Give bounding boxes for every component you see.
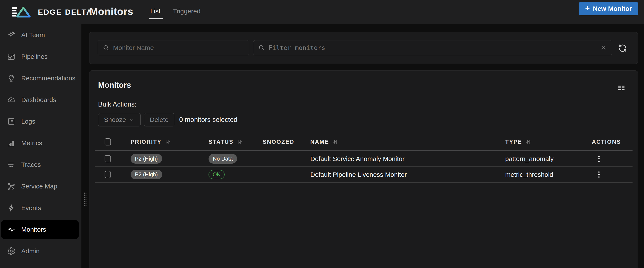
- brand-name: EDGE DELTA: [38, 8, 92, 16]
- filter-panel: [89, 32, 638, 64]
- sparkles-icon: [7, 31, 16, 39]
- sidebar-item-logs[interactable]: Logs: [0, 111, 82, 132]
- sidebar-item-label: Admin: [21, 248, 40, 255]
- gauge-icon: [7, 96, 16, 104]
- row-checkbox[interactable]: [104, 155, 111, 162]
- selected-count-text: 0 monitors selected: [179, 116, 237, 124]
- row-actions-menu-icon[interactable]: [597, 170, 601, 179]
- new-monitor-button[interactable]: + New Monitor: [578, 2, 638, 15]
- view-tabs: List Triggered: [150, 0, 201, 22]
- filter-monitors-input[interactable]: [268, 44, 596, 51]
- sidebar-item-label: Dashboards: [21, 96, 56, 104]
- column-header-priority[interactable]: PRIORITY: [126, 138, 204, 145]
- plus-icon: +: [585, 4, 590, 12]
- trace-lines-icon: [7, 160, 16, 169]
- monitors-panel: Monitors Bulk Actions: Snooze Delete 0 m…: [89, 70, 638, 268]
- network-icon: [7, 182, 16, 191]
- table-row: P2 (High) OK Default Pipeline Liveness M…: [95, 167, 632, 183]
- pipeline-icon: [7, 52, 16, 61]
- refresh-icon: [618, 44, 627, 52]
- sort-icon[interactable]: [332, 139, 338, 145]
- sidebar-item-label: Logs: [21, 118, 35, 125]
- tab-triggered[interactable]: Triggered: [172, 6, 201, 16]
- status-badge: No Data: [208, 154, 237, 164]
- column-header-status[interactable]: STATUS: [204, 138, 258, 145]
- journal-icon: [7, 117, 16, 126]
- status-badge: OK: [208, 170, 224, 179]
- sidebar-item-monitors[interactable]: Monitors: [1, 220, 79, 239]
- column-header-snoozed: SNOOZED: [258, 138, 306, 145]
- search-icon: [103, 44, 110, 51]
- delete-label: Delete: [150, 116, 169, 124]
- filter-monitors-search: [253, 40, 612, 55]
- bar-chart-icon: [7, 139, 16, 147]
- sidebar-item-label: Monitors: [21, 226, 46, 233]
- bulk-actions-label: Bulk Actions:: [98, 101, 136, 108]
- monitor-name[interactable]: Default Service Anomaly Monitor: [306, 155, 500, 162]
- snooze-button[interactable]: Snooze: [98, 113, 140, 127]
- brand-word-1: EDGE: [38, 8, 62, 16]
- column-label: PRIORITY: [130, 138, 162, 145]
- sidebar-item-service-map[interactable]: Service Map: [0, 175, 82, 197]
- refresh-button[interactable]: [618, 43, 627, 53]
- chevron-down-icon: [129, 117, 135, 123]
- sidebar-item-label: Recommendations: [21, 75, 75, 82]
- sidebar-item-events[interactable]: Events: [0, 197, 82, 219]
- monitor-type: pattern_anomaly: [500, 155, 587, 162]
- sidebar-resize-handle[interactable]: [83, 192, 86, 207]
- column-label: SNOOZED: [263, 138, 294, 145]
- column-header-actions: ACTIONS: [587, 138, 632, 145]
- brand-logo: EDGE DELTA: [12, 0, 92, 24]
- row-checkbox[interactable]: [104, 171, 111, 178]
- panel-title: Monitors: [98, 81, 131, 90]
- column-settings-icon[interactable]: [618, 85, 625, 91]
- tab-list[interactable]: List: [150, 6, 161, 16]
- gear-icon: [7, 247, 16, 256]
- column-label: TYPE: [505, 138, 522, 145]
- sort-icon[interactable]: [237, 139, 242, 145]
- clear-filter-icon[interactable]: [600, 44, 607, 51]
- pulse-icon: [7, 225, 16, 234]
- sidebar-item-traces[interactable]: Traces: [0, 154, 82, 175]
- sidebar-item-metrics[interactable]: Metrics: [0, 132, 82, 154]
- top-bar: EDGE DELTA Monitors List Triggered + New…: [0, 0, 644, 24]
- search-icon: [258, 44, 265, 51]
- sidebar-item-label: Metrics: [21, 139, 42, 147]
- sidebar-item-label: AI Team: [21, 31, 45, 39]
- delete-button[interactable]: Delete: [144, 113, 174, 127]
- sidebar-item-label: Service Map: [21, 183, 58, 190]
- monitor-name[interactable]: Default Pipeline Liveness Monitor: [306, 171, 500, 178]
- sidebar-item-label: Traces: [21, 161, 41, 168]
- sidebar-item-label: Events: [21, 204, 41, 212]
- bulk-actions-row: Snooze Delete 0 monitors selected: [98, 113, 237, 127]
- sidebar-item-label: Pipelines: [21, 53, 48, 60]
- sort-icon[interactable]: [165, 139, 171, 145]
- table-header-row: PRIORITY STATUS SN: [95, 133, 632, 151]
- sidebar-item-dashboards[interactable]: Dashboards: [0, 89, 82, 111]
- column-label: ACTIONS: [592, 138, 621, 145]
- new-monitor-label: New Monitor: [593, 5, 632, 12]
- sidebar-item-pipelines[interactable]: Pipelines: [0, 46, 82, 67]
- sidebar: AI Team Pipelines Recommendations: [0, 24, 82, 268]
- main-content: Monitors Bulk Actions: Snooze Delete 0 m…: [82, 24, 644, 268]
- sidebar-item-ai-team[interactable]: AI Team: [0, 24, 82, 46]
- lightning-icon: [7, 204, 16, 212]
- monitor-type: metric_threshold: [500, 171, 587, 178]
- snooze-label: Snooze: [104, 116, 126, 124]
- column-header-name[interactable]: NAME: [306, 138, 500, 145]
- column-label: NAME: [310, 138, 329, 145]
- column-header-type[interactable]: TYPE: [500, 138, 587, 145]
- sort-icon[interactable]: [526, 139, 531, 145]
- brand-word-2: DELTA: [65, 8, 92, 16]
- monitors-table: PRIORITY STATUS SN: [95, 133, 632, 183]
- sidebar-item-admin[interactable]: Admin: [0, 240, 82, 262]
- monitor-name-search: [98, 40, 249, 55]
- select-all-checkbox[interactable]: [104, 138, 111, 145]
- column-label: STATUS: [208, 138, 234, 145]
- sidebar-item-recommendations[interactable]: Recommendations: [0, 67, 82, 89]
- monitor-name-input[interactable]: [113, 44, 244, 51]
- table-row: P2 (High) No Data Default Service Anomal…: [95, 151, 632, 167]
- row-actions-menu-icon[interactable]: [597, 154, 601, 163]
- priority-badge: P2 (High): [130, 170, 162, 179]
- page-title: Monitors: [90, 0, 133, 22]
